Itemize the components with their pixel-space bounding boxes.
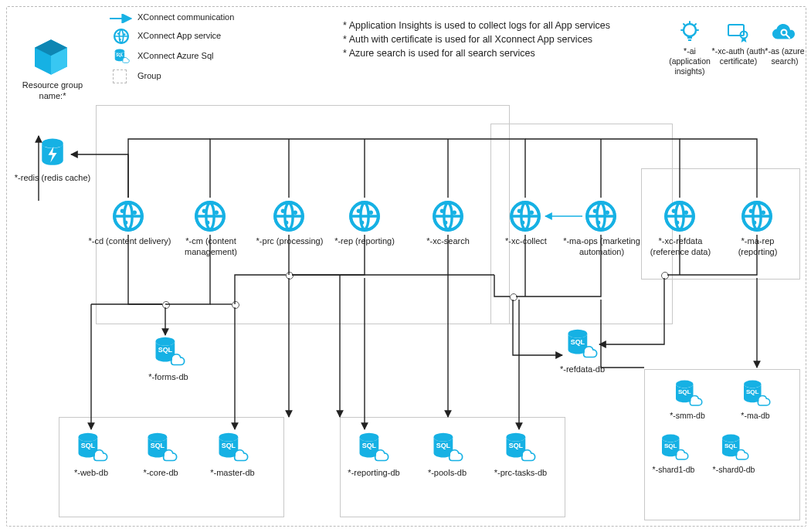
sql-shard1-label: *-shard1-db: [644, 465, 703, 475]
sql-shard0-label: *-shard0-db: [704, 465, 763, 475]
cert-icon: [726, 20, 751, 45]
sql-pools-icon: [429, 431, 463, 465]
diagram-canvas: Resource group name:* XConnect communica…: [0, 0, 811, 532]
auth-label: *-xc-auth (auth certificate): [711, 46, 766, 66]
redis-icon: [36, 136, 70, 170]
resource-group-label: Resource group name:*: [14, 80, 91, 102]
app-prc-icon: [272, 199, 306, 233]
junction-3: [286, 272, 294, 280]
sql-reporting-icon: [355, 431, 389, 465]
app-xcrefdata-label: *-xc-refdata (reference data): [640, 236, 721, 258]
app-marep-icon: [740, 199, 774, 233]
sql-master-label: *-master-db: [199, 468, 266, 479]
sql-prctasks-icon: [502, 431, 536, 465]
legend-group-icon: [113, 69, 127, 83]
sql-refdata-icon: [564, 327, 598, 361]
app-xccollect-icon: [508, 199, 542, 233]
sql-web-icon: [74, 431, 108, 465]
app-rep-icon: [348, 199, 382, 233]
app-maops-icon: [584, 199, 618, 233]
app-maops-label: *-ma-ops (marketing automation): [559, 236, 644, 258]
app-cd-icon: [111, 199, 145, 233]
lightbulb-icon: [677, 20, 702, 45]
legend-sql-icon: [113, 48, 130, 65]
legend-app-icon: [113, 28, 130, 45]
app-xcrefdata-icon: [663, 199, 697, 233]
legend-app: XConnect App service: [137, 31, 221, 40]
sql-web-label: *-web-db: [60, 468, 122, 479]
cube-icon: [29, 36, 73, 79]
ai-label: *-ai (application insights): [662, 46, 718, 76]
sql-pools-label: *-pools-db: [414, 468, 480, 479]
junction-5: [661, 272, 669, 280]
app-prc-label: *-prc (processing): [253, 236, 326, 247]
search-label: *-as (azure search): [762, 46, 808, 66]
sql-forms-label: *-forms-db: [133, 372, 204, 383]
legend-comm: XConnect communication: [137, 12, 234, 22]
sql-refdata-label: *-refdata-db: [545, 364, 619, 375]
app-xccollect-label: *-xc-collect: [494, 236, 558, 247]
app-marep-label: *-ma-rep (reporting): [721, 236, 794, 258]
sql-reporting-label: *-reporting-db: [338, 468, 409, 479]
sql-shard1-icon: [658, 432, 689, 463]
note-1: * Application Insights is used to collec…: [343, 20, 610, 31]
redis-label: *-redis (redis cache): [11, 173, 94, 184]
sql-core-label: *-core-db: [130, 468, 192, 479]
app-cd-label: *-cd (content delivery): [88, 236, 171, 247]
legend-group: Group: [137, 71, 161, 80]
note-3: * Azure search is used for all search se…: [343, 48, 535, 59]
junction-1: [162, 301, 170, 309]
sql-core-icon: [144, 431, 178, 465]
junction-2: [232, 301, 239, 309]
app-xcsearch-label: *-xc-search: [416, 236, 480, 247]
sql-smm-label: *-smm-db: [658, 411, 717, 421]
app-xcsearch-icon: [431, 199, 465, 233]
sql-forms-icon: [151, 335, 185, 369]
sql-master-icon: [215, 431, 249, 465]
note-2: * Auth with certificate is used for all …: [343, 34, 592, 45]
legend-sql: XConnect Azure Sql: [137, 51, 213, 60]
cloud-search-icon: [772, 20, 797, 45]
sql-shard0-icon: [718, 432, 749, 463]
app-rep-label: *-rep (reporting): [327, 236, 402, 247]
sql-ma-label: *-ma-db: [728, 411, 783, 421]
sql-ma-icon: [740, 378, 771, 409]
app-cm-label: *-cm (content management): [171, 236, 250, 258]
sql-prctasks-label: *-prc-tasks-db: [482, 468, 559, 479]
junction-4: [510, 293, 517, 301]
legend-arrow-icon: [108, 14, 134, 23]
app-cm-icon: [193, 199, 227, 233]
sql-smm-icon: [672, 378, 703, 409]
